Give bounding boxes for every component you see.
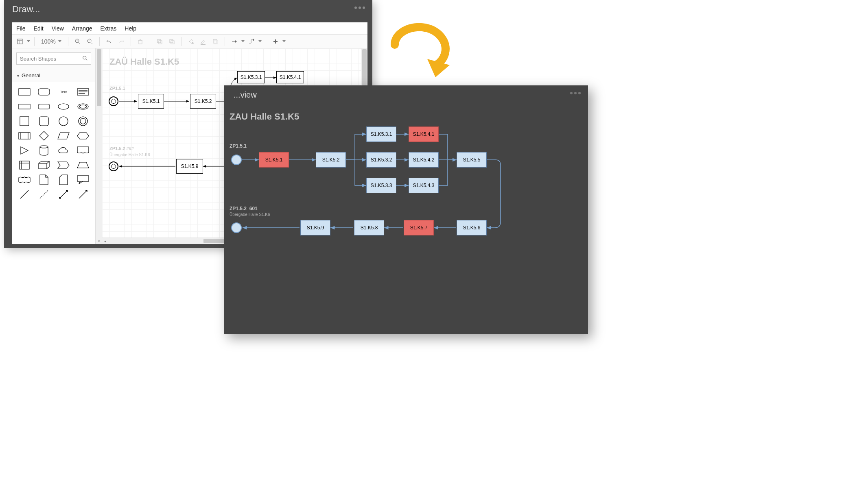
node-s1k532[interactable]: S1.K5.3.2 [366, 152, 396, 168]
shape-roundrect-small[interactable] [35, 100, 53, 113]
line-color-icon[interactable] [198, 36, 208, 47]
shape-step[interactable] [55, 159, 72, 172]
shape-cloud[interactable] [55, 144, 72, 157]
node-s1k52[interactable]: S1.K5.2 [316, 152, 346, 168]
shape-cube[interactable] [35, 159, 53, 172]
node-s1k58[interactable]: S1.K5.8 [354, 220, 384, 235]
svg-rect-19 [213, 39, 217, 43]
shape-line-dashed[interactable] [35, 188, 53, 201]
redo-icon[interactable] [116, 36, 127, 47]
shape-ellipse[interactable] [55, 100, 72, 113]
svg-line-51 [40, 190, 48, 198]
node-s1k51[interactable]: S1.K5.1 [259, 152, 289, 168]
shape-parallelogram[interactable] [55, 129, 72, 142]
shape-hexagon[interactable] [74, 129, 92, 142]
shape-rect[interactable] [15, 85, 33, 98]
menu-file[interactable]: File [16, 25, 26, 32]
menu-help[interactable]: Help [125, 25, 136, 32]
chevron-down-icon[interactable] [282, 40, 286, 42]
node-s1k531[interactable]: S1.K5.3.1 [237, 71, 265, 83]
start-event[interactable] [231, 155, 242, 165]
shape-arrow-bi[interactable] [55, 188, 72, 201]
zoom-level[interactable]: 100% [39, 38, 64, 45]
shape-arrow[interactable] [74, 188, 92, 201]
shape-callout[interactable] [74, 173, 92, 186]
svg-rect-38 [39, 117, 48, 126]
draw-titlebar[interactable]: Draw... [4, 0, 372, 18]
shape-ellipse-ring[interactable] [74, 100, 92, 113]
node-s1k57[interactable]: S1.K5.7 [404, 220, 434, 235]
shape-trapezoid[interactable] [74, 159, 92, 172]
node-s1k59[interactable]: S1.K5.9 [300, 220, 330, 235]
zoom-out-icon[interactable] [85, 36, 95, 47]
shape-line[interactable] [15, 188, 33, 201]
chevron-down-icon[interactable] [258, 40, 262, 42]
svg-line-53 [79, 190, 87, 198]
node-s1k55[interactable]: S1.K5.5 [457, 152, 487, 168]
shape-tape[interactable] [15, 173, 33, 186]
node-s1k59[interactable]: S1.K5.9 [176, 159, 203, 174]
node-s1k543[interactable]: S1.K5.4.3 [409, 178, 439, 193]
svg-rect-46 [20, 161, 29, 169]
shape-rect-small[interactable] [15, 100, 33, 113]
shape-circle[interactable] [55, 115, 72, 128]
menu-extras[interactable]: Extras [101, 25, 117, 32]
node-s1k52[interactable]: S1.K5.2 [190, 94, 216, 109]
menu-arrange[interactable]: Arrange [72, 25, 92, 32]
svg-rect-32 [19, 104, 30, 109]
shape-square-round[interactable] [35, 115, 53, 128]
shape-note[interactable] [35, 173, 53, 186]
node-s1k56[interactable]: S1.K5.6 [457, 220, 487, 235]
node-s1k541[interactable]: S1.K5.4.1 [409, 126, 439, 142]
svg-line-52 [59, 190, 68, 198]
svg-rect-49 [77, 176, 89, 181]
waypoint-icon[interactable] [246, 36, 257, 47]
shape-process[interactable] [15, 129, 33, 142]
view-titlebar[interactable]: ...view [224, 85, 588, 104]
to-back-icon[interactable] [166, 36, 177, 47]
shape-square[interactable] [15, 115, 33, 128]
shadow-icon[interactable] [210, 36, 221, 47]
shape-triangle[interactable] [15, 144, 33, 157]
node-s1k542[interactable]: S1.K5.4.2 [409, 152, 439, 168]
shape-diamond[interactable] [35, 129, 53, 142]
svg-rect-14 [159, 41, 162, 44]
svg-line-25 [86, 59, 87, 61]
undo-icon[interactable] [104, 36, 114, 47]
svg-rect-10 [139, 40, 142, 44]
end-event[interactable] [231, 222, 242, 233]
node-s1k533[interactable]: S1.K5.3.3 [366, 178, 396, 193]
end-event[interactable] [109, 161, 118, 171]
shape-roundrect[interactable] [35, 85, 53, 98]
shape-circle-ring[interactable] [74, 115, 92, 128]
shape-text[interactable]: Text [55, 85, 72, 98]
window-menu-dots[interactable] [354, 7, 365, 9]
shape-cylinder[interactable] [35, 144, 53, 157]
fill-icon[interactable] [186, 36, 196, 47]
palette-section-general[interactable]: General [12, 69, 95, 82]
window-menu-dots[interactable] [570, 92, 581, 94]
menu-edit[interactable]: Edit [34, 25, 44, 32]
search-shapes-input[interactable] [16, 52, 91, 65]
chevron-down-icon[interactable] [241, 40, 245, 42]
menu-view[interactable]: View [52, 25, 64, 32]
shape-document[interactable] [74, 144, 92, 157]
to-front-icon[interactable] [154, 36, 165, 47]
shape-card[interactable] [55, 173, 72, 186]
lane-sub-2: Übergabe Halle S1.K6 [109, 152, 150, 157]
start-event[interactable] [109, 96, 118, 106]
add-icon[interactable] [270, 36, 281, 47]
node-s1k51[interactable]: S1.K5.1 [138, 94, 164, 109]
node-s1k541[interactable]: S1.K5.4.1 [276, 71, 304, 83]
sidebar-scrollbar[interactable]: ▴▾ [96, 48, 102, 244]
search-icon[interactable] [82, 55, 88, 63]
shape-textbox[interactable] [74, 85, 92, 98]
chevron-down-icon[interactable] [27, 40, 30, 42]
zoom-in-icon[interactable] [72, 36, 83, 47]
page-layout-button[interactable] [15, 36, 25, 47]
menubar: File Edit View Arrange Extras Help [12, 22, 367, 35]
node-s1k531[interactable]: S1.K5.3.1 [366, 126, 396, 142]
delete-icon[interactable] [135, 36, 146, 47]
connector-icon[interactable] [229, 36, 240, 47]
shape-internal-storage[interactable] [15, 159, 33, 172]
